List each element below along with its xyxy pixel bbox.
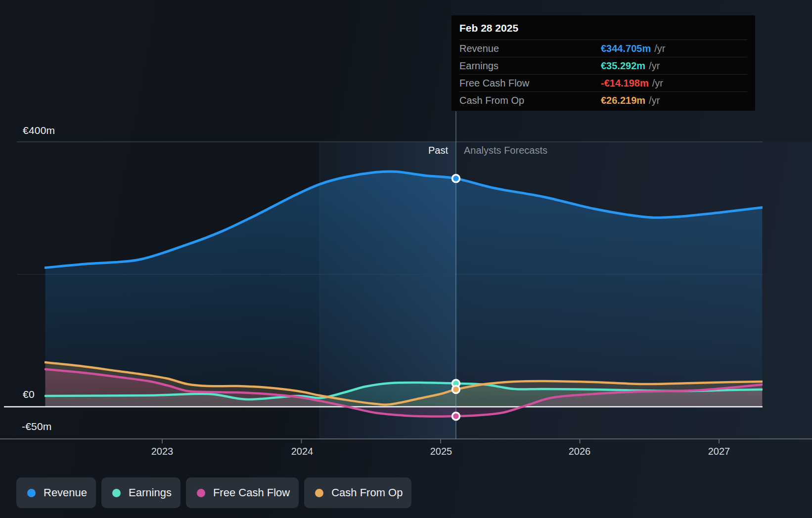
- tooltip-row-free-cash-flow: Free Cash Flow -€14.198m /yr: [459, 75, 747, 92]
- y-axis-label-neg50m: -€50m: [22, 421, 52, 432]
- legend-pill-cash-from-op[interactable]: Cash From Op: [304, 477, 411, 508]
- tooltip-revenue-suffix: /yr: [654, 40, 665, 57]
- tooltip-revenue-label: Revenue: [459, 40, 601, 57]
- free-cash-flow-marker[interactable]: [452, 413, 459, 420]
- revenue-dot-icon: [27, 489, 36, 497]
- legend-cash-from-op-label: Cash From Op: [331, 486, 403, 499]
- legend-free-cash-flow-label: Free Cash Flow: [213, 486, 290, 499]
- chart-legend: Revenue Earnings Free Cash Flow Cash Fro…: [16, 477, 411, 508]
- legend-pill-earnings[interactable]: Earnings: [101, 477, 180, 508]
- tooltip-earnings-suffix: /yr: [649, 57, 660, 75]
- y-axis-label-0: €0: [23, 388, 35, 400]
- legend-revenue-label: Revenue: [44, 486, 87, 499]
- x-axis-label-2026: 2026: [557, 446, 602, 457]
- tooltip-cfo-label: Cash From Op: [459, 92, 601, 109]
- free-cash-flow-dot-icon: [197, 489, 205, 497]
- legend-earnings-label: Earnings: [129, 486, 172, 499]
- y-axis-label-400m: €400m: [23, 125, 55, 136]
- stock-growth-chart-page: { "tooltip": { "date": "Feb 28 2025", "r…: [0, 0, 812, 518]
- x-axis-label-2025: 2025: [419, 446, 463, 457]
- x-axis-label-2023: 2023: [140, 446, 184, 457]
- past-section-label: Past: [428, 145, 448, 156]
- legend-pill-revenue[interactable]: Revenue: [16, 477, 96, 508]
- cash-from-op-marker[interactable]: [452, 386, 459, 393]
- tooltip-cfo-value: €26.219m: [601, 92, 645, 109]
- legend-pill-free-cash-flow[interactable]: Free Cash Flow: [186, 477, 299, 508]
- tooltip-date: Feb 28 2025: [459, 15, 747, 40]
- tooltip-row-revenue: Revenue €344.705m /yr: [459, 40, 747, 57]
- x-axis-label-2027: 2027: [697, 446, 741, 457]
- tooltip-revenue-value: €344.705m: [601, 40, 651, 57]
- analysts-forecasts-section-label: Analysts Forecasts: [464, 145, 547, 156]
- x-axis-label-2024: 2024: [280, 446, 324, 457]
- cash-from-op-dot-icon: [315, 489, 323, 497]
- tooltip-fcf-suffix: /yr: [652, 75, 663, 92]
- chart-tooltip: Feb 28 2025 Revenue €344.705m /yr Earnin…: [451, 15, 755, 111]
- tooltip-row-cash-from-op: Cash From Op €26.219m /yr: [459, 92, 747, 109]
- tooltip-row-earnings: Earnings €35.292m /yr: [459, 57, 747, 75]
- tooltip-fcf-value: -€14.198m: [601, 75, 649, 92]
- tooltip-earnings-label: Earnings: [459, 57, 601, 75]
- tooltip-cfo-suffix: /yr: [649, 92, 660, 109]
- tooltip-earnings-value: €35.292m: [601, 57, 645, 75]
- earnings-dot-icon: [112, 489, 121, 497]
- tooltip-fcf-label: Free Cash Flow: [459, 75, 601, 92]
- revenue-marker[interactable]: [452, 175, 459, 182]
